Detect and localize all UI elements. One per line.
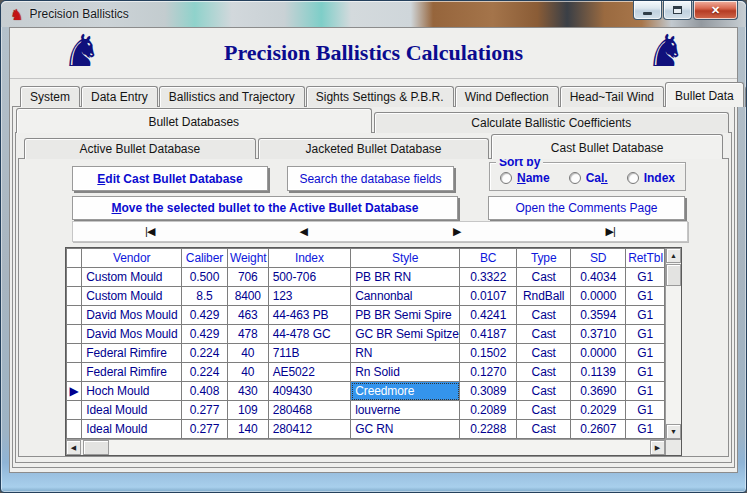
move-selected-bullet-button[interactable]: Move the selected bullet to the Active B…: [72, 196, 458, 220]
tab-cast-bullet-database[interactable]: Cast Bullet Database: [491, 134, 723, 159]
grid-cell[interactable]: Federal Rimfire: [82, 344, 182, 363]
grid-cell[interactable]: Hoch Mould: [82, 382, 182, 401]
grid-cell[interactable]: AE5022: [268, 363, 351, 382]
grid-cell[interactable]: 0.4241: [460, 306, 517, 325]
grid-cell[interactable]: 0.0107: [460, 287, 517, 306]
grid-cell[interactable]: 8400: [227, 287, 268, 306]
grid-cell[interactable]: Rn Solid: [351, 363, 460, 382]
grid-cell[interactable]: Ideal Mould: [82, 420, 182, 439]
grid-cell[interactable]: 0.2089: [460, 401, 517, 420]
grid-cell[interactable]: PB BR RN: [351, 268, 460, 287]
column-header-rettbl[interactable]: RetTbl: [626, 249, 665, 268]
tab-calculate-ballistic-coefficients[interactable]: Calculate Ballistic Coefficients: [374, 112, 730, 133]
tab-active-bullet-database[interactable]: Active Bullet Database: [24, 138, 256, 159]
search-database-fields-button[interactable]: Search the database fields: [287, 166, 454, 191]
nav-last-button[interactable]: ▶|: [534, 225, 688, 238]
grid-cell[interactable]: 0.429: [182, 306, 228, 325]
grid-cell[interactable]: 0.0000: [571, 287, 626, 306]
scroll-right-icon[interactable]: ▶: [650, 440, 665, 455]
grid-cell[interactable]: Cannonbal: [351, 287, 460, 306]
grid-cell[interactable]: 409430: [268, 382, 351, 401]
grid-cell[interactable]: 430: [227, 382, 268, 401]
grid-cell[interactable]: 0.224: [182, 344, 228, 363]
grid-cell[interactable]: David Mos Mould: [82, 306, 182, 325]
tab-head-tail-wind[interactable]: Head~Tail Wind: [560, 86, 664, 107]
grid-cell[interactable]: 478: [227, 325, 268, 344]
grid-cell[interactable]: 706: [227, 268, 268, 287]
column-header-vendor[interactable]: Vendor: [82, 249, 182, 268]
sort-radio-index[interactable]: Index: [627, 171, 675, 185]
scroll-left-icon[interactable]: ◀: [66, 440, 81, 455]
grid-cell[interactable]: 0.3594: [571, 306, 626, 325]
vertical-scroll-thumb[interactable]: [666, 264, 681, 286]
scroll-down-icon[interactable]: ▼: [666, 424, 681, 439]
grid-cell[interactable]: 0.3322: [460, 268, 517, 287]
column-header-sd[interactable]: SD: [571, 249, 626, 268]
grid-cell[interactable]: RN: [351, 344, 460, 363]
horizontal-scrollbar[interactable]: ◀ ▶: [66, 439, 665, 455]
grid-cell[interactable]: 500-706: [268, 268, 351, 287]
grid-cell[interactable]: G1: [626, 325, 665, 344]
grid-cell[interactable]: Cast: [517, 306, 571, 325]
open-comments-page-button[interactable]: Open the Comments Page: [488, 196, 685, 220]
minimize-button[interactable]: [633, 1, 662, 20]
edit-cast-bullet-database-button[interactable]: Edit Cast Bullet Database: [72, 166, 268, 191]
tab-wind-deflection[interactable]: Wind Deflection: [455, 86, 559, 107]
grid-cell[interactable]: 280412: [268, 420, 351, 439]
grid-cell[interactable]: 0.3690: [571, 382, 626, 401]
grid-cell[interactable]: 40: [227, 344, 268, 363]
grid-cell[interactable]: Custom Mould: [82, 287, 182, 306]
grid-cell[interactable]: 0.4187: [460, 325, 517, 344]
grid-cell[interactable]: G1: [626, 268, 665, 287]
grid-cell[interactable]: 0.1139: [571, 363, 626, 382]
grid-cell[interactable]: 8.5: [182, 287, 228, 306]
column-header-weight[interactable]: Weight: [227, 249, 268, 268]
grid-cell[interactable]: Cast: [517, 382, 571, 401]
grid-cell[interactable]: 0.224: [182, 363, 228, 382]
grid-cell[interactable]: Ideal Mould: [82, 401, 182, 420]
grid-cell[interactable]: G1: [626, 382, 665, 401]
nav-prior-button[interactable]: ◀: [227, 225, 381, 238]
grid-cell[interactable]: 44-463 PB: [268, 306, 351, 325]
grid-cell[interactable]: 0.1270: [460, 363, 517, 382]
grid-cell[interactable]: RndBall: [517, 287, 571, 306]
grid-cell[interactable]: G1: [626, 401, 665, 420]
grid-cell[interactable]: Federal Rimfire: [82, 363, 182, 382]
grid-cell[interactable]: Creedmore: [351, 382, 460, 401]
tab-bullet-databases[interactable]: Bullet Databases: [16, 108, 372, 133]
grid-cell[interactable]: G1: [626, 420, 665, 439]
grid-cell[interactable]: G1: [626, 306, 665, 325]
grid-cell[interactable]: G1: [626, 287, 665, 306]
grid-cell[interactable]: 0.277: [182, 420, 228, 439]
scroll-up-icon[interactable]: ▲: [666, 248, 681, 263]
column-header-type[interactable]: Type: [517, 249, 571, 268]
grid-cell[interactable]: 40: [227, 363, 268, 382]
grid-cell[interactable]: 0.4034: [571, 268, 626, 287]
grid-cell[interactable]: 0.2607: [571, 420, 626, 439]
grid-cell[interactable]: 109: [227, 401, 268, 420]
grid-cell[interactable]: Cast: [517, 325, 571, 344]
grid-cell[interactable]: 140: [227, 420, 268, 439]
nav-first-button[interactable]: |◀: [73, 225, 227, 238]
grid-cell[interactable]: 0.3710: [571, 325, 626, 344]
tab-bullet-data[interactable]: Bullet Data: [665, 82, 744, 107]
grid-cell[interactable]: 0.500: [182, 268, 228, 287]
grid-cell[interactable]: 0.277: [182, 401, 228, 420]
grid-cell[interactable]: 0.429: [182, 325, 228, 344]
tab-data-entry[interactable]: Data Entry: [81, 86, 158, 107]
column-header-bc[interactable]: BC: [460, 249, 517, 268]
horizontal-scroll-thumb[interactable]: [83, 440, 109, 455]
sort-radio-cal[interactable]: Cal.: [569, 171, 608, 185]
vertical-scrollbar[interactable]: ▲ ▼: [665, 248, 681, 439]
grid-cell[interactable]: G1: [626, 363, 665, 382]
grid-cell[interactable]: 280468: [268, 401, 351, 420]
grid-cell[interactable]: 0.0000: [571, 344, 626, 363]
grid-cell[interactable]: Cast: [517, 363, 571, 382]
grid-cell[interactable]: louverne: [351, 401, 460, 420]
grid-cell[interactable]: 44-478 GC: [268, 325, 351, 344]
grid-cell[interactable]: 0.2029: [571, 401, 626, 420]
column-header-caliber[interactable]: Caliber: [182, 249, 228, 268]
column-header-index[interactable]: Index: [268, 249, 351, 268]
grid-cell[interactable]: G1: [626, 344, 665, 363]
grid-cell[interactable]: 123: [268, 287, 351, 306]
